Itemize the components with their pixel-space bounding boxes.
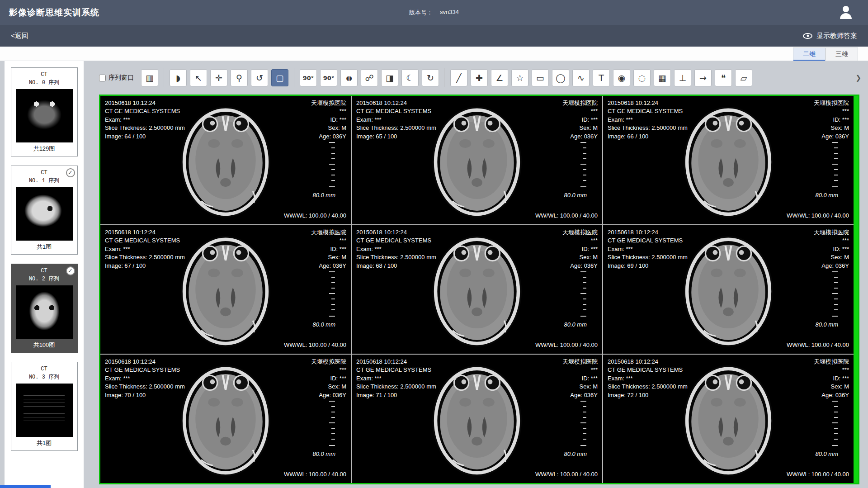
overlay-stars: *** xyxy=(311,107,346,115)
viewer-cell[interactable]: 20150618 10:12:24 CT GE MEDICAL SYSTEMS … xyxy=(100,355,351,483)
comment-annotation-tool[interactable]: ❝ xyxy=(715,69,732,86)
flip-horizontal-tool[interactable]: ◖◗ xyxy=(340,69,358,86)
wwwl-label: WW/WL: 100.00 / 40.00 xyxy=(787,470,849,479)
tool-icon: ∠ xyxy=(495,74,503,82)
region-select-tool[interactable]: ▢ xyxy=(271,69,288,86)
zoom-tool[interactable]: ⚲ xyxy=(231,69,248,86)
overlay-hospital: 天堰模拟医院 xyxy=(814,358,849,366)
version-label: 版本号： xyxy=(409,9,433,17)
series-window-toggle[interactable]: 序列窗口 xyxy=(99,74,134,82)
tool-icon: ◗ xyxy=(176,74,180,82)
series-window-checkbox[interactable] xyxy=(99,75,106,81)
arrow-annotation-tool[interactable]: → xyxy=(694,69,712,86)
overlay-exam: Exam: *** xyxy=(105,374,185,383)
overlay-hospital: 天堰模拟医院 xyxy=(814,228,849,237)
overlay-slice-thickness: Slice Thickness: 2.500000 mm xyxy=(105,124,185,132)
invert-tool[interactable]: ◨ xyxy=(381,69,398,86)
series-count: 共129图 xyxy=(14,145,75,153)
viewer-cell[interactable]: 20150618 10:12:24 CT GE MEDICAL SYSTEMS … xyxy=(352,355,602,483)
overlay-sex: Sex: M xyxy=(311,383,346,391)
pan-tool[interactable]: ✛ xyxy=(210,69,227,86)
overlay-stars: *** xyxy=(562,107,598,115)
overlay-slice-thickness: Slice Thickness: 2.500000 mm xyxy=(608,383,688,391)
layout-grid-tool[interactable]: ▥ xyxy=(141,69,158,86)
text-annotation-tool[interactable]: T xyxy=(593,69,610,86)
series-card[interactable]: CT NO. 1 序列 共1图 ✓ xyxy=(11,166,78,255)
viewer-cell[interactable]: 20150618 10:12:24 CT GE MEDICAL SYSTEMS … xyxy=(603,96,854,224)
viewer-scrollbar[interactable] xyxy=(854,96,858,483)
overlay-age: Age: 036Y xyxy=(562,133,598,141)
nav-bar: <返回 显示教师答案 xyxy=(0,25,868,47)
overlay-top-right: 天堰模拟医院 *** ID: *** Sex: M Age: 036Y xyxy=(814,228,849,270)
grid-roi-tool[interactable]: ▦ xyxy=(654,69,671,86)
tab-3d[interactable]: 三维 xyxy=(826,47,858,61)
curve-roi-tool[interactable]: ∿ xyxy=(572,69,590,86)
overlay-stars: *** xyxy=(311,237,346,245)
dashed-circle-tool[interactable]: ◌ xyxy=(633,69,651,86)
angle-measure-tool[interactable]: ∠ xyxy=(491,69,508,86)
overlay-vendor: CT GE MEDICAL SYSTEMS xyxy=(105,366,185,374)
viewer-cell[interactable]: 20150618 10:12:24 CT GE MEDICAL SYSTEMS … xyxy=(100,225,351,354)
overlay-datetime: 20150618 10:12:24 xyxy=(356,228,436,237)
wwwl-label: WW/WL: 100.00 / 40.00 xyxy=(535,470,598,479)
series-card[interactable]: CT NO. 3 序列 共1图 xyxy=(11,362,78,451)
back-button[interactable]: <返回 xyxy=(11,32,28,40)
line-measure-tool[interactable]: ╱ xyxy=(450,69,467,86)
overlay-datetime: 20150618 10:12:24 xyxy=(608,99,688,107)
rect-roi-tool[interactable]: ▭ xyxy=(532,69,549,86)
flip-vertical-tool[interactable]: ☍ xyxy=(361,69,378,86)
cross-measure-tool[interactable]: ✚ xyxy=(471,69,488,86)
tool-icon: ❝ xyxy=(721,74,726,82)
overlay-exam: Exam: *** xyxy=(105,245,185,253)
viewer: 20150618 10:12:24 CT GE MEDICAL SYSTEMS … xyxy=(99,95,859,484)
rotate-tool[interactable]: ↺ xyxy=(251,69,268,86)
overlay-patient-id: ID: *** xyxy=(562,374,598,383)
tool-icon: ✛ xyxy=(215,74,222,82)
shutter-tool[interactable]: ◗ xyxy=(170,69,187,86)
shutter-ellipse-tool[interactable]: ☾ xyxy=(401,69,419,86)
overlay-stars: *** xyxy=(311,366,346,374)
tab-2d[interactable]: 二维 xyxy=(793,47,826,61)
overlay-hospital: 天堰模拟医院 xyxy=(311,228,346,237)
reset-tool[interactable]: ↻ xyxy=(422,69,439,86)
viewer-cell[interactable]: 20150618 10:12:24 CT GE MEDICAL SYSTEMS … xyxy=(603,355,854,483)
perpendicular-measure-tool[interactable]: ⊥ xyxy=(674,69,691,86)
series-thumbnail xyxy=(16,187,73,241)
series-card[interactable]: CT NO. 2 序列 共100图 ✓ xyxy=(11,264,78,353)
tool-icon: ↖ xyxy=(195,74,202,82)
scale-label: 80.0 mm xyxy=(564,321,587,328)
overlay-patient-id: ID: *** xyxy=(814,374,849,383)
ellipse-roi-tool[interactable]: ◯ xyxy=(552,69,569,86)
overlay-top-left: 20150618 10:12:24 CT GE MEDICAL SYSTEMS … xyxy=(356,99,436,141)
overlay-top-left: 20150618 10:12:24 CT GE MEDICAL SYSTEMS … xyxy=(356,228,436,270)
overlay-patient-id: ID: *** xyxy=(311,116,346,124)
circle-stats-tool[interactable]: ◉ xyxy=(613,69,630,86)
overlay-top-left: 20150618 10:12:24 CT GE MEDICAL SYSTEMS … xyxy=(608,99,688,141)
viewer-cell[interactable]: 20150618 10:12:24 CT GE MEDICAL SYSTEMS … xyxy=(352,96,602,224)
sidebar-scrollbar[interactable] xyxy=(0,485,51,488)
pointer-tool[interactable]: ↖ xyxy=(190,69,207,86)
viewer-cell[interactable]: 20150618 10:12:24 CT GE MEDICAL SYSTEMS … xyxy=(100,96,351,224)
wwwl-label: WW/WL: 100.00 / 40.00 xyxy=(284,212,346,220)
rotate-left-90-tool[interactable]: 90° xyxy=(300,69,317,86)
overlay-slice-thickness: Slice Thickness: 2.500000 mm xyxy=(608,253,688,261)
series-card[interactable]: CT NO. 0 序列 共129图 xyxy=(11,67,78,156)
tool-icon: ↺ xyxy=(256,74,263,82)
eraser-tool[interactable]: ▱ xyxy=(735,69,752,86)
overlay-exam: Exam: *** xyxy=(608,374,688,383)
overlay-top-left: 20150618 10:12:24 CT GE MEDICAL SYSTEMS … xyxy=(356,358,436,399)
toolbar-overflow-chevron[interactable]: ❯ xyxy=(855,74,861,82)
scale-label: 80.0 mm xyxy=(312,321,335,328)
viewer-grid: 20150618 10:12:24 CT GE MEDICAL SYSTEMS … xyxy=(100,96,854,483)
rotate-right-90-tool[interactable]: 90° xyxy=(320,69,337,86)
star-annotation-tool[interactable]: ☆ xyxy=(511,69,528,86)
overlay-image-index: Image: 65 / 100 xyxy=(356,133,436,141)
overlay-vendor: CT GE MEDICAL SYSTEMS xyxy=(608,237,688,245)
user-icon[interactable] xyxy=(837,4,854,21)
overlay-exam: Exam: *** xyxy=(608,245,688,253)
tool-icon: ▥ xyxy=(146,74,154,82)
viewer-cell[interactable]: 20150618 10:12:24 CT GE MEDICAL SYSTEMS … xyxy=(352,225,602,354)
viewer-cell[interactable]: 20150618 10:12:24 CT GE MEDICAL SYSTEMS … xyxy=(603,225,854,354)
tool-icon: ◌ xyxy=(638,74,646,82)
show-answer-button[interactable]: 显示教师答案 xyxy=(803,32,857,40)
